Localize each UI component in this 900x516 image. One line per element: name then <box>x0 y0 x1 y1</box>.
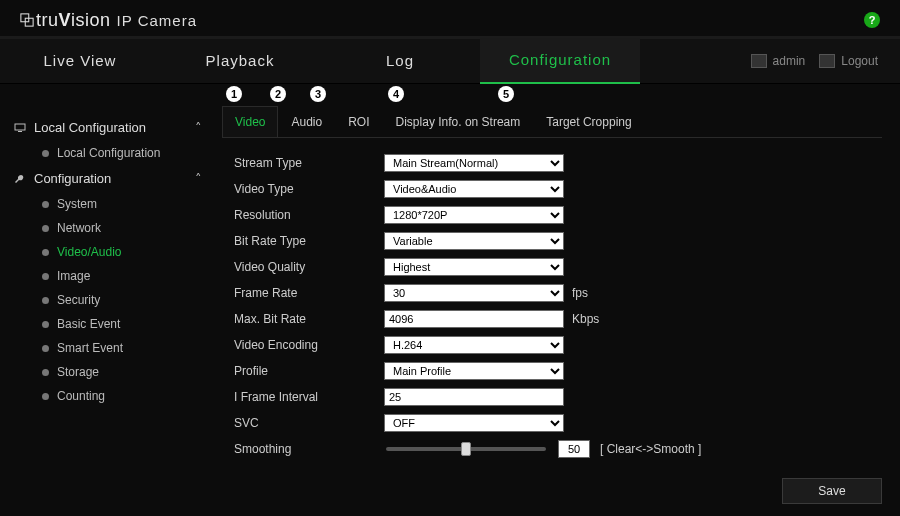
tab-playback[interactable]: Playback <box>160 39 320 83</box>
bullet-icon <box>42 393 49 400</box>
user-name: admin <box>773 54 806 68</box>
sidebar-item-video-audio[interactable]: Video/Audio <box>42 240 214 264</box>
logout-button[interactable]: Logout <box>819 54 878 68</box>
bullet-icon <box>42 273 49 280</box>
sidebar-item-local-configuration[interactable]: Local Configuration <box>42 141 214 165</box>
brand-icon <box>20 13 34 27</box>
sidebar-cat-label: Configuration <box>34 171 111 186</box>
subtab-callouts: 1 2 3 4 5 <box>0 84 900 106</box>
select-video-quality[interactable]: Highest <box>384 258 564 276</box>
user-icon <box>751 54 767 68</box>
bullet-icon <box>42 369 49 376</box>
sidebar-item-label: Local Configuration <box>57 146 160 160</box>
sidebar-item-label: Basic Event <box>57 317 120 331</box>
tab-configuration[interactable]: Configuration <box>480 38 640 84</box>
label-bit-rate-type: Bit Rate Type <box>234 234 384 248</box>
sidebar-item-label: Network <box>57 221 101 235</box>
logout-icon <box>819 54 835 68</box>
bullet-icon <box>42 297 49 304</box>
label-max-bit-rate: Max. Bit Rate <box>234 312 384 326</box>
label-resolution: Resolution <box>234 208 384 222</box>
label-stream-type: Stream Type <box>234 156 384 170</box>
header: truVision IP Camera ? <box>0 0 900 36</box>
sidebar-item-label: Image <box>57 269 90 283</box>
value-smoothing: 50 <box>558 440 590 458</box>
bullet-icon <box>42 321 49 328</box>
sidebar-item-label: Security <box>57 293 100 307</box>
subtab-roi[interactable]: ROI <box>335 106 382 137</box>
product-name: IP Camera <box>117 12 197 29</box>
subtab-audio[interactable]: Audio <box>278 106 335 137</box>
label-profile: Profile <box>234 364 384 378</box>
bullet-icon <box>42 150 49 157</box>
sidebar-item-label: System <box>57 197 97 211</box>
tab-live-view[interactable]: Live View <box>0 39 160 83</box>
select-svc[interactable]: OFF <box>384 414 564 432</box>
sidebar-item-basic-event[interactable]: Basic Event <box>42 312 214 336</box>
subtab-display-info[interactable]: Display Info. on Stream <box>383 106 534 137</box>
callout-2: 2 <box>270 86 286 102</box>
sidebar-item-network[interactable]: Network <box>42 216 214 240</box>
svg-rect-3 <box>18 131 22 132</box>
callout-3: 3 <box>310 86 326 102</box>
bullet-icon <box>42 225 49 232</box>
sidebar-item-storage[interactable]: Storage <box>42 360 214 384</box>
bullet-icon <box>42 201 49 208</box>
sidebar-item-system[interactable]: System <box>42 192 214 216</box>
slider-smoothing[interactable] <box>386 447 546 451</box>
unit-fps: fps <box>572 286 588 300</box>
sidebar-item-smart-event[interactable]: Smart Event <box>42 336 214 360</box>
hint-smoothing: [ Clear<->Smooth ] <box>600 442 701 456</box>
chevron-up-icon: ˄ <box>195 120 202 135</box>
logout-label: Logout <box>841 54 878 68</box>
input-i-frame[interactable] <box>384 388 564 406</box>
svg-rect-2 <box>15 124 25 130</box>
top-nav: Live View Playback Log Configuration adm… <box>0 36 900 84</box>
label-i-frame: I Frame Interval <box>234 390 384 404</box>
user-label[interactable]: admin <box>751 54 806 68</box>
label-video-encoding: Video Encoding <box>234 338 384 352</box>
sidebar-cat-configuration[interactable]: Configuration ˄ <box>14 165 214 192</box>
sidebar-item-label: Counting <box>57 389 105 403</box>
wrench-icon <box>14 173 26 185</box>
label-frame-rate: Frame Rate <box>234 286 384 300</box>
label-smoothing: Smoothing <box>234 442 384 456</box>
callout-5: 5 <box>498 86 514 102</box>
sidebar-item-security[interactable]: Security <box>42 288 214 312</box>
video-form: Stream Type Main Stream(Normal) Video Ty… <box>222 138 882 462</box>
chevron-up-icon: ˄ <box>195 171 202 186</box>
sidebar-item-label: Video/Audio <box>57 245 122 259</box>
label-video-type: Video Type <box>234 182 384 196</box>
unit-kbps: Kbps <box>572 312 599 326</box>
sidebar-cat-label: Local Configuration <box>34 120 146 135</box>
select-frame-rate[interactable]: 30 <box>384 284 564 302</box>
select-video-type[interactable]: Video&Audio <box>384 180 564 198</box>
subtab-video[interactable]: Video <box>222 106 278 137</box>
tab-log[interactable]: Log <box>320 39 480 83</box>
bullet-icon <box>42 345 49 352</box>
subtab-target-cropping[interactable]: Target Cropping <box>533 106 644 137</box>
select-video-encoding[interactable]: H.264 <box>384 336 564 354</box>
sidebar-item-counting[interactable]: Counting <box>42 384 214 408</box>
help-icon[interactable]: ? <box>864 12 880 28</box>
callout-1: 1 <box>226 86 242 102</box>
select-stream-type[interactable]: Main Stream(Normal) <box>384 154 564 172</box>
save-button[interactable]: Save <box>782 478 882 504</box>
subtabs: Video Audio ROI Display Info. on Stream … <box>222 106 882 138</box>
sidebar-item-label: Smart Event <box>57 341 123 355</box>
content-area: Video Audio ROI Display Info. on Stream … <box>214 106 900 504</box>
callout-4: 4 <box>388 86 404 102</box>
label-svc: SVC <box>234 416 384 430</box>
sidebar: Local Configuration ˄ Local Configuratio… <box>0 106 214 504</box>
sidebar-item-label: Storage <box>57 365 99 379</box>
select-resolution[interactable]: 1280*720P <box>384 206 564 224</box>
sidebar-item-image[interactable]: Image <box>42 264 214 288</box>
select-bit-rate-type[interactable]: Variable <box>384 232 564 250</box>
select-profile[interactable]: Main Profile <box>384 362 564 380</box>
input-max-bit-rate[interactable] <box>384 310 564 328</box>
label-video-quality: Video Quality <box>234 260 384 274</box>
monitor-icon <box>14 122 26 134</box>
brand-name: truVision <box>36 10 111 31</box>
bullet-icon <box>42 249 49 256</box>
sidebar-cat-local-config[interactable]: Local Configuration ˄ <box>14 114 214 141</box>
